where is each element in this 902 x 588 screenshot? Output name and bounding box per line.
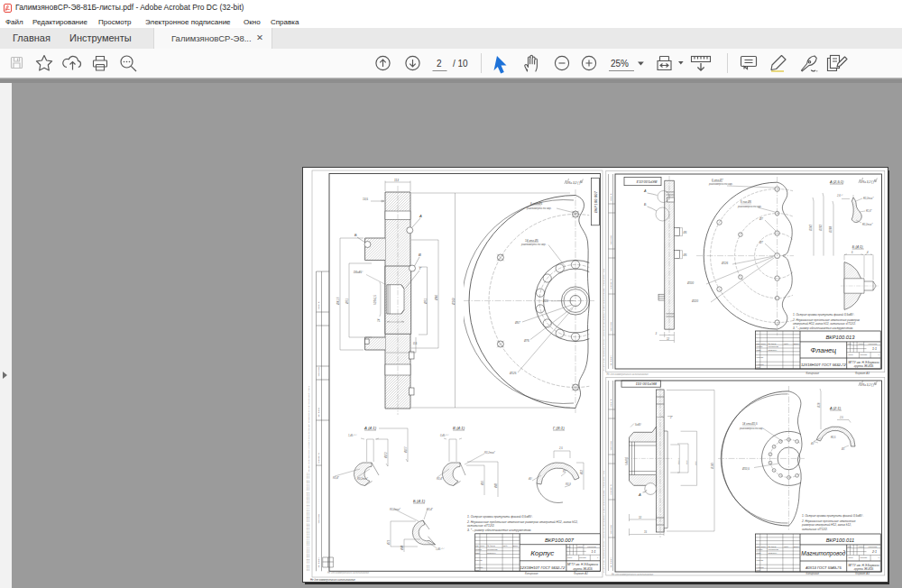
svg-text:1:1: 1:1: [872, 347, 877, 351]
svg-text:Ø71: Ø71: [387, 539, 391, 546]
svg-text:3. * - размер обеспечивается и: 3. * - размер обеспечивается инструменто…: [467, 528, 531, 532]
svg-text:Пров.: Пров.: [756, 349, 761, 351]
svg-text:2,5: 2,5: [839, 416, 843, 419]
svg-text:Разраб.: Разраб.: [756, 345, 763, 347]
svg-text:12: 12: [667, 337, 670, 341]
svg-text:Листов: Листов: [860, 556, 868, 558]
svg-text:Ø125: Ø125: [509, 372, 517, 375]
svg-text:R0,4*: R0,4*: [427, 508, 434, 511]
svg-text:2. Неуказанные предельные откл: 2. Неуказанные предельные отклонения раз…: [792, 318, 860, 322]
svg-text:Ø143: Ø143: [711, 463, 714, 470]
svg-text:Б: Б: [354, 233, 357, 237]
svg-text:Т.контр.: Т.контр.: [756, 559, 764, 561]
svg-text:Подп. и дата: Подп. и дата: [610, 524, 612, 535]
svg-text:Ø40: Ø40: [695, 461, 697, 466]
svg-text:2,5: 2,5: [558, 446, 563, 450]
svg-text:Н.контр.: Н.контр.: [475, 566, 483, 568]
svg-text:А: А: [638, 492, 641, 497]
svg-text:Ø90: Ø90: [435, 295, 438, 301]
svg-text:10: 10: [639, 516, 642, 519]
svg-text:Ø20: Ø20: [686, 460, 688, 465]
svg-text:1. Острые кромки притупить фас: 1. Острые кромки притупить фаской 0,5х45…: [793, 313, 854, 317]
svg-text:Ø102: Ø102: [384, 452, 388, 459]
svg-text:Лист: Лист: [760, 343, 767, 345]
svg-text:Т.контр.: Т.контр.: [475, 559, 483, 561]
svg-text:Подп.: Подп.: [503, 545, 509, 547]
svg-text:Ø51: Ø51: [424, 299, 428, 305]
svg-text:Т.контр.: Т.контр.: [756, 356, 764, 358]
svg-text:Масштаб: Масштаб: [869, 546, 879, 547]
svg-text:1:1: 1:1: [592, 550, 596, 554]
svg-text:Лит.: Лит.: [566, 546, 571, 547]
svg-text:Масса: Масса: [859, 343, 865, 345]
svg-text:Н.контр.: Н.контр.: [756, 566, 764, 568]
svg-text:А: А: [419, 214, 422, 218]
svg-text:Ø10,5: Ø10,5: [741, 467, 750, 471]
svg-text:25%: 25%: [611, 59, 629, 69]
svg-text:Ø107: Ø107: [404, 446, 408, 454]
svg-text:12Х18Н10Т ГОСТ 5632-72: 12Х18Н10Т ГОСТ 5632-72: [801, 363, 846, 367]
svg-text:Подп. и дата: Подп. и дата: [318, 513, 319, 524]
svg-text:Подп.: Подп.: [784, 546, 789, 547]
svg-text:13,5: 13,5: [363, 198, 368, 201]
svg-text:Лист: Лист: [760, 546, 767, 547]
svg-text:Утв.: Утв.: [756, 569, 760, 571]
svg-text:Лит.: Лит.: [847, 546, 852, 547]
svg-text:Не для коммерческого использов: Не для коммерческого использования: [607, 372, 649, 376]
svg-text:/ 10: / 10: [453, 59, 468, 69]
svg-text:М4х0,5: М4х0,5: [625, 456, 629, 465]
svg-text:Ø12: Ø12: [580, 469, 584, 475]
svg-text:группа Э8-81Б: группа Э8-81Б: [854, 567, 874, 571]
svg-text:Магнитопровод: Магнитопровод: [801, 550, 845, 557]
svg-text:Ø6: Ø6: [683, 253, 687, 257]
svg-text:Формат А2: Формат А2: [574, 572, 588, 575]
svg-text:Ø126: Ø126: [721, 262, 728, 265]
svg-text:Ø41,5: Ø41,5: [336, 297, 340, 306]
svg-text:R0,2max*: R0,2max*: [863, 197, 874, 200]
svg-text:Лист: Лист: [566, 556, 573, 558]
svg-text:1. Острые кромки притупить фас: 1. Острые кромки притупить фаской 0,5х45…: [802, 514, 863, 518]
svg-text:Корпус: Корпус: [530, 549, 554, 557]
svg-text:Ø162: Ø162: [819, 225, 823, 232]
svg-text:равномерно по окр.: равномерно по окр.: [737, 205, 762, 208]
svg-text:R0,2max*: R0,2max*: [484, 451, 496, 455]
svg-text:Копировал: Копировал: [806, 572, 820, 575]
svg-text:Инв. № дубл.: Инв. № дубл.: [318, 407, 319, 418]
svg-text:D6х45°: D6х45°: [354, 271, 364, 274]
svg-text:R0,2max*: R0,2max*: [862, 223, 873, 226]
svg-text:Формат А3: Формат А3: [855, 372, 870, 375]
svg-text:Не для коммерческого использов: Не для коммерческого использования: [327, 571, 370, 574]
svg-text:Копировал: Копировал: [806, 372, 820, 375]
svg-text:1: 1: [597, 556, 598, 558]
svg-text:5х45°: 5х45°: [635, 423, 642, 427]
svg-text:Взам. инв. №: Взам. инв. №: [610, 279, 612, 289]
svg-text:Ø220: Ø220: [691, 299, 698, 303]
svg-text:Галимзянов: Галимзянов: [769, 548, 779, 550]
svg-text:Взам. инв. №: Взам. инв. №: [318, 453, 319, 464]
svg-text:Фланец: Фланец: [811, 346, 837, 354]
svg-text:В: В: [419, 253, 421, 257]
svg-text:Справ. №: Справ. №: [610, 399, 612, 407]
svg-text:Изм: Изм: [475, 545, 479, 547]
svg-text:3. * - размер обеспечивается и: 3. * - размер обеспечивается инструменто…: [793, 326, 853, 330]
svg-text:Ø160: Ø160: [452, 298, 456, 306]
svg-text:Подп.: Подп.: [784, 343, 789, 345]
svg-text:R0,9: R0,9: [566, 482, 571, 486]
svg-text:равномерно по окр.: равномерно по окр.: [520, 243, 547, 246]
svg-text:113: 113: [394, 179, 399, 182]
svg-text:Изм: Изм: [756, 343, 759, 345]
svg-text:Масштаб: Масштаб: [587, 546, 597, 547]
svg-text:1,45⁻°·⁷: 1,45⁻°·⁷: [348, 434, 358, 437]
svg-text:В (4:1): В (4:1): [453, 426, 465, 430]
svg-text:Сережкин: Сережкин: [487, 552, 497, 554]
svg-text:14 отв.Ø2,5: 14 отв.Ø2,5: [742, 422, 758, 426]
svg-text:остальных ±IT12/2.: остальных ±IT12/2.: [802, 528, 828, 531]
svg-text:Инв. № подл.: Инв. № подл.: [610, 557, 612, 568]
svg-text:Не для коммерческого использов: Не для коммерческого использования: [310, 578, 355, 582]
svg-text:Взам. инв. №: Взам. инв. №: [610, 484, 612, 495]
svg-text:0,45⁻°·⁷: 0,45⁻°·⁷: [440, 434, 450, 437]
svg-text:1: 1: [879, 556, 879, 558]
svg-text:равномерно по окр.: равномерно по окр.: [739, 427, 764, 430]
svg-text:группа Э8-81Б: группа Э8-81Б: [573, 567, 593, 571]
svg-text:ВКР100.013: ВКР100.013: [825, 335, 855, 340]
